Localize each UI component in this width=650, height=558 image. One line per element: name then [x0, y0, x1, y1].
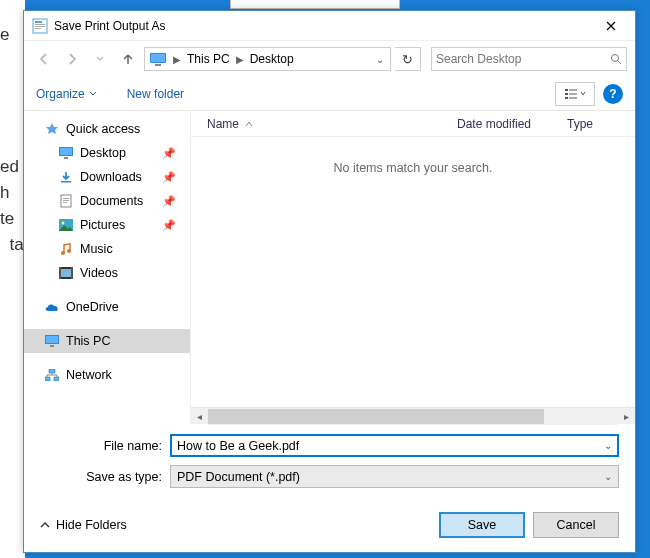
svg-point-26: [67, 249, 71, 253]
svg-point-25: [61, 251, 65, 255]
main-area: Quick access Desktop 📌 Downloads 📌 Docum…: [24, 111, 635, 424]
svg-rect-18: [61, 181, 71, 183]
sidebar-item-label: Downloads: [80, 170, 142, 184]
organize-dropdown[interactable]: Organize: [36, 87, 97, 101]
bg-text: ed h te ta: [0, 154, 24, 258]
videos-icon: [58, 265, 74, 281]
sidebar-item-thispc[interactable]: This PC: [24, 329, 190, 353]
empty-message: No items match your search.: [191, 137, 635, 407]
svg-rect-30: [71, 267, 73, 279]
sidebar-item-onedrive[interactable]: OneDrive: [24, 295, 190, 319]
address-dropdown[interactable]: ⌄: [370, 54, 390, 65]
chevron-right-icon[interactable]: ▶: [171, 54, 183, 65]
scrollbar-thumb[interactable]: [208, 409, 544, 424]
filename-input[interactable]: How to Be a Geek.pdf ⌄: [170, 434, 619, 457]
titlebar: Save Print Output As: [24, 11, 635, 41]
address-bar[interactable]: ▶ This PC ▶ Desktop ⌄: [144, 47, 391, 71]
svg-rect-35: [45, 377, 50, 381]
sidebar-item-pictures[interactable]: Pictures 📌: [24, 213, 190, 237]
sidebar-item-label: Network: [66, 368, 112, 382]
search-placeholder: Search Desktop: [436, 52, 610, 66]
scroll-left-icon[interactable]: ◂: [191, 408, 208, 425]
savetype-select[interactable]: PDF Document (*.pdf) ⌄: [170, 465, 619, 488]
svg-point-24: [62, 222, 65, 225]
chevron-up-icon: [40, 521, 50, 529]
svg-rect-16: [60, 148, 72, 155]
chevron-right-icon[interactable]: ▶: [234, 54, 246, 65]
column-date[interactable]: Date modified: [457, 117, 567, 131]
column-headers: Name Date modified Type: [191, 111, 635, 137]
new-folder-button[interactable]: New folder: [127, 87, 184, 101]
pictures-icon: [58, 217, 74, 233]
network-icon: [44, 367, 60, 383]
svg-rect-3: [35, 26, 45, 27]
sidebar-item-videos[interactable]: Videos: [24, 261, 190, 285]
sidebar-item-downloads[interactable]: Downloads 📌: [24, 165, 190, 189]
forward-button[interactable]: [60, 47, 84, 71]
sidebar-item-label: Documents: [80, 194, 143, 208]
desktop-icon: [58, 145, 74, 161]
svg-rect-6: [151, 54, 165, 62]
svg-rect-34: [49, 369, 55, 373]
cancel-button[interactable]: Cancel: [533, 512, 619, 538]
column-type[interactable]: Type: [567, 117, 617, 131]
help-button[interactable]: ?: [603, 84, 623, 104]
sidebar-item-label: OneDrive: [66, 300, 119, 314]
pin-icon: 📌: [162, 195, 176, 208]
up-button[interactable]: [116, 47, 140, 71]
bottom-row: Hide Folders Save Cancel: [24, 502, 635, 552]
pin-icon: 📌: [162, 219, 176, 232]
svg-point-8: [612, 55, 619, 62]
save-dialog: Save Print Output As ▶ This PC ▶ Desktop…: [23, 10, 636, 553]
filename-value: How to Be a Geek.pdf: [177, 439, 604, 453]
svg-rect-32: [46, 336, 58, 343]
breadcrumb-thispc[interactable]: This PC: [183, 52, 234, 66]
sidebar-item-label: Pictures: [80, 218, 125, 232]
back-button[interactable]: [32, 47, 56, 71]
svg-rect-17: [64, 157, 68, 159]
save-button[interactable]: Save: [439, 512, 525, 538]
toolbar: Organize New folder ?: [24, 77, 635, 111]
breadcrumb-desktop[interactable]: Desktop: [246, 52, 298, 66]
scroll-right-icon[interactable]: ▸: [618, 408, 635, 425]
file-list-area: Name Date modified Type No items match y…: [190, 111, 635, 424]
documents-icon: [58, 193, 74, 209]
svg-rect-36: [54, 377, 59, 381]
hide-folders-button[interactable]: Hide Folders: [40, 518, 127, 532]
star-icon: [44, 121, 60, 137]
filename-label: File name:: [40, 439, 170, 453]
music-icon: [58, 241, 74, 257]
sidebar-item-network[interactable]: Network: [24, 363, 190, 387]
sidebar-item-desktop[interactable]: Desktop 📌: [24, 141, 190, 165]
sidebar: Quick access Desktop 📌 Downloads 📌 Docum…: [24, 111, 190, 424]
download-icon: [58, 169, 74, 185]
sidebar-item-quickaccess[interactable]: Quick access: [24, 117, 190, 141]
svg-rect-12: [569, 93, 577, 95]
search-input[interactable]: Search Desktop: [431, 47, 627, 71]
horizontal-scrollbar[interactable]: ◂ ▸: [191, 407, 635, 424]
column-name[interactable]: Name: [207, 117, 457, 131]
chevron-down-icon[interactable]: ⌄: [604, 471, 612, 482]
refresh-button[interactable]: ↻: [395, 47, 421, 71]
pin-icon: 📌: [162, 147, 176, 160]
close-button[interactable]: [591, 12, 631, 40]
svg-rect-9: [565, 89, 568, 91]
pin-icon: 📌: [162, 171, 176, 184]
svg-rect-29: [59, 267, 61, 279]
svg-rect-28: [61, 269, 71, 277]
form-area: File name: How to Be a Geek.pdf ⌄ Save a…: [24, 424, 635, 502]
view-options-button[interactable]: [555, 82, 595, 106]
recent-dropdown[interactable]: [88, 47, 112, 71]
svg-rect-4: [35, 28, 41, 29]
filename-row: File name: How to Be a Geek.pdf ⌄: [40, 434, 619, 457]
svg-rect-21: [63, 200, 69, 201]
sidebar-item-documents[interactable]: Documents 📌: [24, 189, 190, 213]
monitor-icon: [44, 333, 60, 349]
svg-rect-14: [569, 97, 577, 99]
sidebar-item-music[interactable]: Music: [24, 237, 190, 261]
svg-rect-7: [155, 64, 161, 66]
sidebar-item-label: This PC: [66, 334, 110, 348]
chevron-down-icon[interactable]: ⌄: [604, 440, 612, 451]
sidebar-item-label: Music: [80, 242, 113, 256]
svg-rect-33: [50, 345, 54, 347]
